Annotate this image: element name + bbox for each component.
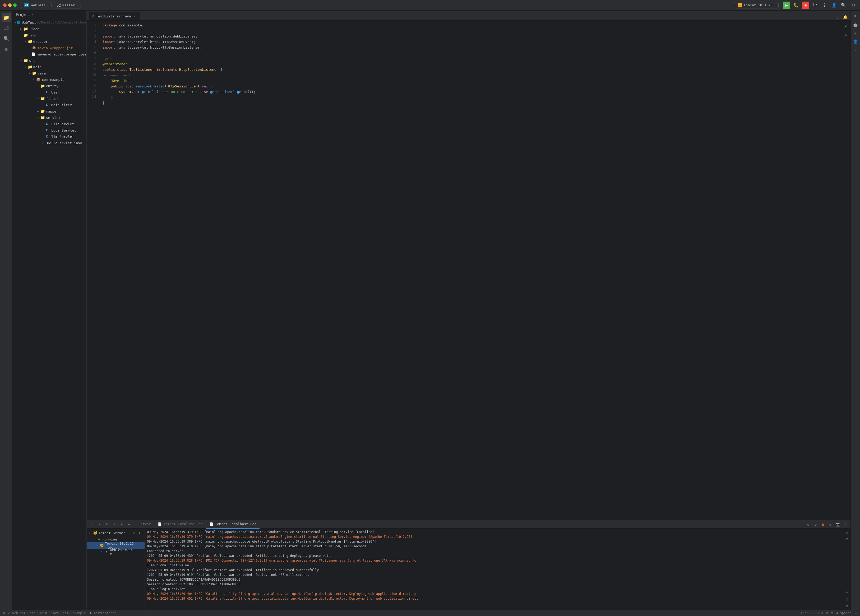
project-switcher[interactable]: WT WebTest ▾ [21,2,52,8]
right-panel-git-btn[interactable]: ⎇ [852,47,859,53]
tree-mvn[interactable]: ▾ 📁 .mvn [13,32,86,38]
arrow-icon: ▾ [23,66,27,68]
tree-loginservlet[interactable]: C LoginServlet [13,127,86,133]
tree-filter[interactable]: ▾ 📁 filter [13,96,86,102]
debug-button[interactable]: 🐛 [793,2,800,9]
panel-layout-btn[interactable]: ⊞ [118,521,125,528]
status-line-ending[interactable]: LF [810,611,816,615]
tree-maven-jar[interactable]: 📦 maven-wrapper.jar [13,45,86,51]
panel-restart-btn[interactable]: ↺ [805,521,811,528]
minimize-button[interactable] [8,3,12,7]
panel-redeploy-btn[interactable]: ↺ [813,521,819,528]
activity-project-btn[interactable]: 📁 [2,13,11,22]
breadcrumb-src[interactable]: src [30,611,35,615]
tab-bar: C TestListener.java ✕ ⋮ 🔔 [87,11,851,20]
profile-button[interactable]: 👤 [830,2,838,9]
run-button[interactable]: ▶ [783,2,790,9]
service-webtest-deploy[interactable]: ✓ ⚡ WebTest:war e... [87,549,144,555]
tab-catalina-log[interactable]: 📄 Tomcat Catalina Log [155,520,206,528]
code-line-15: } [102,100,841,106]
tree-helloservlet[interactable]: C HelloServlet.java [13,140,86,146]
tree-mapper[interactable]: ▶ 📁 mapper [13,108,86,114]
more-actions-button[interactable]: ⋮ [821,2,828,9]
log-area[interactable]: 09-May-2024 16:53:19.379 INFO [main] org… [145,528,843,610]
tree-java[interactable]: ▾ 📁 java [13,70,86,76]
tree-maven-props[interactable]: 📄 maven-wrapper.properties [13,51,86,57]
panel-stop-btn[interactable]: ■ [820,521,826,528]
breadcrumb-main[interactable]: main [39,611,47,615]
activity-plugins-btn[interactable]: ⊞ [2,44,11,54]
tree-wrapper[interactable]: ▾ 📁 wrapper [13,38,86,45]
status-lint-btn[interactable]: ✓ [7,611,11,615]
tree-entity[interactable]: ▾ 📁 entity [13,83,86,89]
expand-arrow-icon: ▾ [96,544,99,547]
tree-user[interactable]: C User [13,89,86,96]
maximize-button[interactable] [13,3,17,7]
tree-main[interactable]: ▾ 📁 main [13,64,86,70]
arrow-icon: ▾ [36,97,40,100]
tab-testlistener[interactable]: C TestListener.java ✕ [89,12,140,20]
tree-fileservlet[interactable]: C FileServlet [13,121,86,127]
status-vcs-btn[interactable]: ⚙ [2,611,6,615]
status-indent[interactable]: ⊞ [830,611,834,615]
settings-button[interactable]: ⚙ [849,2,857,9]
panel-resume-btn[interactable]: ↺ [827,521,833,528]
activity-more-btn[interactable]: ··· [2,598,11,608]
right-panel-plugins-btn[interactable]: 👤 [852,38,859,45]
service-arrow-icon[interactable]: ▶ [137,530,143,535]
breadcrumb-com[interactable]: com [63,611,69,615]
code-content[interactable]: package com.example; import jakarta.serv… [98,20,841,520]
status-encoding[interactable]: UTF-8 [817,611,829,615]
tab-file-icon: C [92,14,94,18]
panel-overflow-btn[interactable]: ⋮ [842,521,848,528]
tree-timeservlet[interactable]: C TimeServlet [13,133,86,140]
log-line-2: 09-May-2024 16:53:19.379 INFO [main] org… [147,534,841,539]
tab-localhost-log[interactable]: 📄 Tomcat Localhost Log [206,520,260,528]
right-panel-maven-btn[interactable]: m [852,13,859,20]
panel-collapse-btn[interactable]: ▾▴ [89,521,95,528]
breadcrumb-class[interactable]: TestListener [93,611,116,615]
editor-more-button[interactable]: ⋮ [835,14,841,20]
tree-src[interactable]: ▾ 📁 src [13,57,86,64]
status-position[interactable]: 13:2 [799,611,809,615]
trash-icon[interactable]: 🗑 [844,603,850,608]
service-tomcat-server[interactable]: ▾ 🐱 Tomcat Server ✓ ▶ [87,530,144,536]
tree-root[interactable]: ▾ WebTest ~/Desktop/CS/JavaEE/1 JavaWeb/… [13,19,86,26]
search-button[interactable]: 🔍 [840,2,847,9]
align-icon[interactable]: ≡ [844,589,850,595]
code-line-10: no usages new * [102,73,841,78]
panel-add-btn[interactable]: + [126,521,132,528]
breadcrumb-webtest[interactable]: WebTest [12,611,26,615]
panel-snapshot-btn[interactable]: 📷 [835,521,841,528]
right-panel-ai-btn[interactable]: 🤖 [852,21,859,28]
panel-filter-btn[interactable]: ⚡ [111,521,117,528]
sidebar-header[interactable]: Project ▾ [13,11,86,19]
panel-close-btn[interactable]: ✕ [96,521,102,528]
code-line-2 [102,28,841,34]
activity-vcs-btn[interactable]: ⎇ [2,23,11,33]
scroll-up-icon[interactable]: ▲ [844,530,850,535]
tree-servlet[interactable]: ▾ 📁 servlet [13,114,86,121]
activity-search-btn[interactable]: 🔍 [2,34,11,43]
stop-button[interactable]: ■ [802,2,809,9]
branch-switcher[interactable]: ⎇ master ▾ [53,2,81,8]
close-button[interactable] [3,3,6,7]
breadcrumb-example[interactable]: example [72,611,86,615]
panel-view-btn[interactable]: 👁 [104,521,110,528]
coverage-button[interactable]: 🛡 [811,2,819,9]
tab-server[interactable]: Server [135,520,154,528]
status-share-btn[interactable]: ↗ [854,611,858,615]
tab-close-button[interactable]: ✕ [133,14,137,18]
scroll-top-icon[interactable]: ▲ [843,31,849,38]
tree-idea[interactable]: ▶ 📁 .idea [13,26,86,32]
tree-mainfilter[interactable]: C MainFilter [13,102,86,108]
print-icon[interactable]: 🖨 [844,596,850,602]
notifications-button[interactable]: 🔔 [842,14,848,20]
tomcat-selector[interactable]: 🐱 Tomcat 10.1.23 ▾ [735,2,778,8]
status-spaces[interactable]: 4 spaces [835,611,852,615]
tree-com-example[interactable]: ▾ 📦 com.example [13,76,86,83]
code-editor[interactable]: 1 2 3 4 5 6 7 8 9 10 11 12 13 14 [87,20,851,520]
breadcrumb-java[interactable]: java [51,611,59,615]
scroll-down-icon[interactable]: ▼ [844,536,850,542]
right-panel-copilot-btn[interactable]: ✦ [852,30,859,36]
